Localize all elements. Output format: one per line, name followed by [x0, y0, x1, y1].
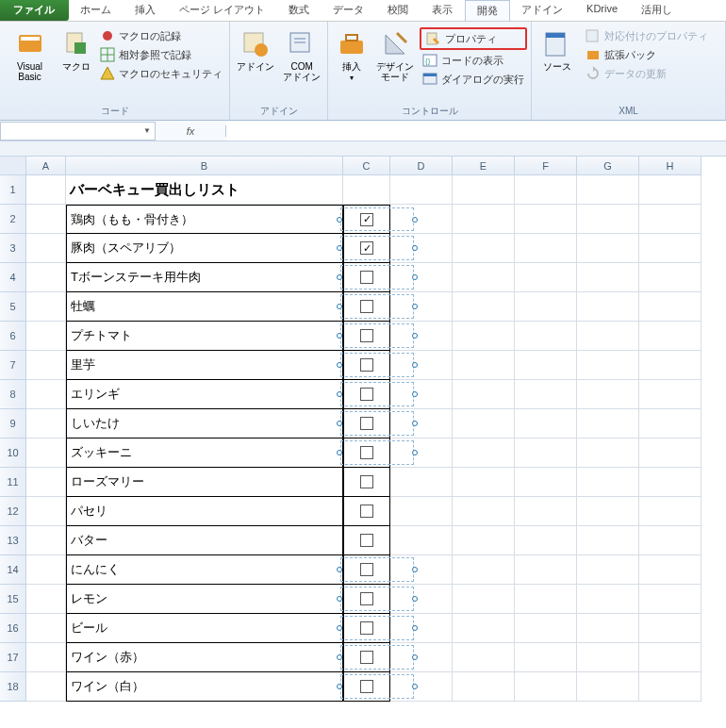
cell[interactable] [26, 205, 66, 234]
checkbox[interactable] [360, 680, 373, 693]
tab-formulas[interactable]: 数式 [277, 0, 322, 21]
checkbox[interactable] [360, 592, 373, 605]
cell[interactable] [390, 555, 453, 585]
checkbox[interactable] [360, 329, 373, 342]
cell[interactable] [390, 263, 453, 292]
tab-file[interactable]: ファイル [0, 0, 69, 21]
tab-view[interactable]: 表示 [421, 0, 465, 21]
record-macro-button[interactable]: マクロの記録 [97, 27, 225, 44]
cell[interactable] [26, 497, 66, 526]
cell[interactable] [453, 468, 515, 497]
cell[interactable] [577, 175, 639, 205]
cell[interactable] [577, 614, 639, 643]
cell[interactable] [453, 234, 515, 263]
cell[interactable] [577, 380, 639, 409]
cell[interactable] [453, 555, 515, 585]
col-header[interactable]: E [453, 157, 515, 175]
cell[interactable] [390, 643, 453, 672]
cell[interactable] [26, 468, 66, 497]
cell[interactable] [26, 614, 66, 643]
cell[interactable] [515, 643, 577, 672]
cell[interactable] [26, 322, 66, 351]
checkbox-cell[interactable] [343, 672, 390, 702]
macro-security-button[interactable]: マクロのセキュリティ [97, 65, 225, 82]
cell[interactable] [577, 672, 639, 702]
checkbox-cell[interactable] [343, 380, 390, 409]
row-header[interactable]: 2 [0, 205, 26, 234]
cell[interactable] [639, 292, 701, 322]
name-box[interactable]: ▼ [0, 122, 156, 141]
cell[interactable] [390, 351, 453, 380]
cell[interactable] [26, 585, 66, 614]
cell[interactable] [639, 497, 701, 526]
checkbox[interactable] [360, 241, 373, 255]
cell[interactable] [453, 175, 515, 205]
relative-reference-button[interactable]: 相対参照で記録 [97, 46, 225, 63]
cell[interactable] [26, 292, 66, 322]
cell[interactable] [515, 585, 577, 614]
cell[interactable] [26, 438, 66, 468]
cell[interactable] [515, 409, 577, 438]
tab-addins[interactable]: アドイン [510, 0, 575, 21]
row-header[interactable]: 16 [0, 614, 26, 643]
spreadsheet[interactable]: ABCDEFGH1バーベキュー買出しリスト2鶏肉（もも・骨付き）3豚肉（スペアリ… [0, 157, 726, 702]
cell[interactable] [390, 672, 453, 702]
design-mode-button[interactable]: デザイン モード [374, 27, 416, 84]
cell[interactable] [453, 409, 515, 438]
cell[interactable] [639, 380, 701, 409]
macros-button[interactable]: マクロ [59, 27, 93, 74]
col-header[interactable]: H [639, 157, 701, 175]
cell[interactable] [26, 351, 66, 380]
cell[interactable] [515, 526, 577, 555]
cell[interactable] [577, 205, 639, 234]
col-header[interactable]: D [390, 157, 453, 175]
cell[interactable] [639, 263, 701, 292]
checkbox-cell[interactable] [343, 497, 390, 526]
row-header[interactable]: 9 [0, 409, 26, 438]
cell[interactable] [639, 438, 701, 468]
cell[interactable]: プチトマト [66, 322, 343, 351]
cell[interactable] [390, 468, 453, 497]
cell[interactable]: ローズマリー [66, 468, 343, 497]
cell[interactable] [515, 292, 577, 322]
cell[interactable] [453, 614, 515, 643]
row-header[interactable]: 15 [0, 585, 26, 614]
checkbox[interactable] [360, 271, 373, 284]
cell[interactable] [26, 234, 66, 263]
cell[interactable] [639, 351, 701, 380]
cell[interactable] [515, 555, 577, 585]
cell[interactable] [577, 409, 639, 438]
insert-control-button[interactable]: 挿入 ▾ [332, 27, 371, 84]
checkbox[interactable] [360, 388, 373, 401]
cell[interactable] [390, 497, 453, 526]
cell[interactable]: 鶏肉（もも・骨付き） [66, 205, 343, 234]
col-header[interactable]: A [26, 157, 66, 175]
cell[interactable]: エリンギ [66, 380, 343, 409]
row-header[interactable]: 10 [0, 438, 26, 468]
checkbox-cell[interactable] [343, 643, 390, 672]
cell[interactable]: 里芋 [66, 351, 343, 380]
checkbox-cell[interactable] [343, 205, 390, 234]
cell[interactable]: ワイン（赤） [66, 643, 343, 672]
row-header[interactable]: 14 [0, 555, 26, 585]
checkbox-cell[interactable] [343, 351, 390, 380]
cell[interactable] [26, 175, 66, 205]
expansion-packs-button[interactable]: 拡張パック [583, 46, 711, 63]
cell[interactable] [577, 643, 639, 672]
cell[interactable] [453, 380, 515, 409]
com-addins-button[interactable]: COM アドイン [281, 27, 324, 84]
cell[interactable] [639, 672, 701, 702]
cell[interactable] [343, 175, 390, 205]
cell[interactable]: レモン [66, 585, 343, 614]
cell[interactable] [515, 234, 577, 263]
tab-developer[interactable]: 開発 [465, 0, 510, 21]
addins-button[interactable]: アドイン [234, 27, 277, 74]
cell[interactable] [639, 585, 701, 614]
cell[interactable]: パセリ [66, 497, 343, 526]
cell[interactable] [577, 497, 639, 526]
cell[interactable] [390, 175, 453, 205]
checkbox[interactable] [360, 475, 373, 488]
checkbox[interactable] [360, 563, 373, 576]
cell[interactable] [639, 643, 701, 672]
run-dialog-button[interactable]: ダイアログの実行 [420, 71, 527, 88]
